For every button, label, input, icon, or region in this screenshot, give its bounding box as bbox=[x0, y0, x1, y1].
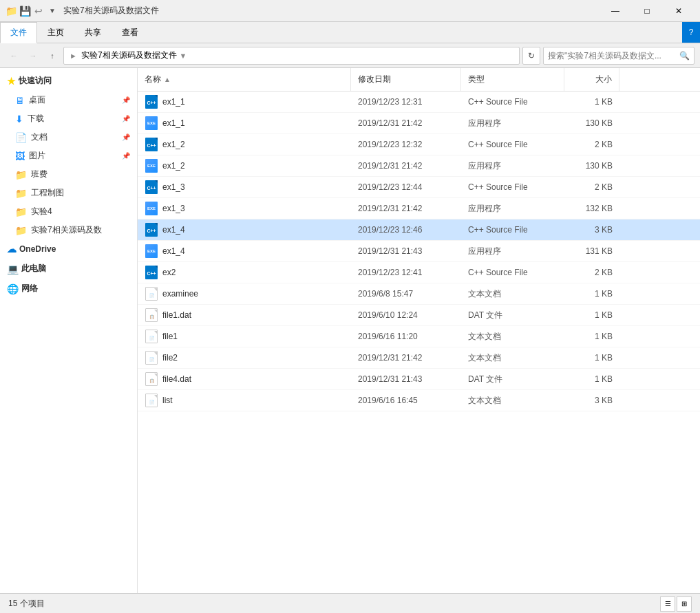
folder-yellow-icon-2: 📁 bbox=[15, 188, 27, 199]
tab-view[interactable]: 查看 bbox=[112, 22, 149, 43]
onedrive-icon: ☁ bbox=[7, 244, 17, 255]
address-path[interactable]: ► 实验7相关源码及数据文件 ▼ bbox=[63, 47, 520, 65]
cpp-file-icon: C++ bbox=[145, 266, 158, 279]
file-name-cell: C++ ex1_1 bbox=[138, 92, 351, 112]
tab-share[interactable]: 共享 bbox=[74, 22, 112, 43]
desktop-icon: 🖥 bbox=[15, 95, 25, 106]
onedrive-header[interactable]: ☁ OneDrive bbox=[0, 239, 137, 259]
file-size-cell: 1 KB bbox=[564, 349, 619, 366]
sidebar-item-shiyan7[interactable]: 📁 实验7相关源码及数 bbox=[0, 221, 137, 239]
maximize-button[interactable]: □ bbox=[631, 0, 663, 22]
cpp-file-icon: C++ bbox=[145, 223, 158, 237]
file-icon: EXE bbox=[145, 244, 158, 258]
back-button[interactable]: ← bbox=[6, 47, 22, 64]
search-input[interactable] bbox=[548, 51, 677, 61]
file-name: ex1_3 bbox=[162, 204, 185, 213]
table-row[interactable]: EXE ex1_1 2019/12/31 21:42 应用程序 130 KB bbox=[138, 113, 700, 134]
sidebar-item-desktop[interactable]: 🖥 桌面 📌 bbox=[0, 91, 137, 109]
table-row[interactable]: EXE ex1_4 2019/12/31 21:43 应用程序 131 KB bbox=[138, 241, 700, 262]
file-size-cell: 1 KB bbox=[564, 307, 619, 323]
file-date-cell: 2019/12/23 12:32 bbox=[351, 136, 461, 153]
col-size-header[interactable]: 大小 bbox=[564, 68, 619, 91]
table-row[interactable]: C++ ex2 2019/12/23 12:41 C++ Source File… bbox=[138, 262, 700, 283]
file-name-cell: 📄 list bbox=[138, 390, 351, 411]
large-icon-view-button[interactable]: ⊞ bbox=[677, 596, 692, 612]
tab-file[interactable]: 文件 bbox=[0, 22, 37, 43]
save-icon: 💾 bbox=[19, 6, 30, 17]
file-type-cell: 文本文档 bbox=[461, 327, 564, 346]
file-icon: EXE bbox=[145, 159, 158, 173]
file-name: ex1_4 bbox=[162, 246, 185, 256]
table-row[interactable]: 📄 file1 2019/6/16 11:20 文本文档 1 KB bbox=[138, 326, 700, 347]
file-size-cell: 1 KB bbox=[564, 94, 619, 110]
minimize-button[interactable]: — bbox=[600, 0, 631, 22]
table-row[interactable]: 📋 file4.dat 2019/12/31 21:43 DAT 文件 1 KB bbox=[138, 369, 700, 390]
sort-arrow: ▲ bbox=[164, 76, 171, 83]
sidebar-item-docs[interactable]: 📄 文档 📌 bbox=[0, 128, 137, 147]
col-name-header[interactable]: 名称 ▲ bbox=[138, 68, 351, 91]
file-type-cell: 应用程序 bbox=[461, 200, 564, 218]
help-button[interactable]: ? bbox=[682, 22, 700, 43]
sidebar-item-gongcheng[interactable]: 📁 工程制图 bbox=[0, 184, 137, 202]
search-icon: 🔍 bbox=[679, 51, 690, 61]
file-name: examinee bbox=[162, 289, 198, 299]
docs-icon: 📄 bbox=[15, 132, 27, 143]
exe-file-icon: EXE bbox=[145, 202, 158, 215]
file-size-cell: 132 KB bbox=[564, 200, 619, 217]
file-name-cell: 📋 file1.dat bbox=[138, 305, 351, 325]
folder-yellow-icon-3: 📁 bbox=[15, 206, 27, 217]
thispc-header[interactable]: 💻 此电脑 bbox=[0, 259, 137, 279]
col-date-header[interactable]: 修改日期 bbox=[351, 68, 461, 91]
table-row[interactable]: C++ ex1_2 2019/12/23 12:32 C++ Source Fi… bbox=[138, 134, 700, 155]
table-row[interactable]: C++ ex1_3 2019/12/23 12:44 C++ Source Fi… bbox=[138, 177, 700, 198]
forward-button[interactable]: → bbox=[25, 47, 41, 64]
file-type-cell: 文本文档 bbox=[461, 285, 564, 303]
file-date-cell: 2019/12/31 21:42 bbox=[351, 349, 461, 366]
quick-access-header[interactable]: ★ 快速访问 bbox=[0, 71, 137, 91]
file-date-cell: 2019/12/23 12:44 bbox=[351, 179, 461, 195]
file-list: C++ ex1_1 2019/12/23 12:31 C++ Source Fi… bbox=[138, 92, 700, 411]
file-size-cell: 1 KB bbox=[564, 286, 619, 302]
sidebar-item-pictures[interactable]: 🖼 图片 📌 bbox=[0, 147, 137, 165]
file-type-cell: C++ Source File bbox=[461, 136, 564, 153]
dropdown-icon[interactable]: ▼ bbox=[47, 6, 58, 17]
table-row[interactable]: 📋 file1.dat 2019/6/10 12:24 DAT 文件 1 KB bbox=[138, 305, 700, 326]
star-icon: ★ bbox=[7, 76, 16, 87]
table-row[interactable]: 📄 list 2019/6/16 16:45 文本文档 3 KB bbox=[138, 390, 700, 411]
computer-icon: 💻 bbox=[7, 264, 19, 275]
file-type-cell: 文本文档 bbox=[461, 391, 564, 410]
file-type-cell: DAT 文件 bbox=[461, 370, 564, 389]
table-row[interactable]: EXE ex1_2 2019/12/31 21:42 应用程序 130 KB bbox=[138, 155, 700, 177]
sidebar-item-downloads[interactable]: ⬇ 下载 📌 bbox=[0, 109, 137, 128]
file-name: ex2 bbox=[162, 268, 176, 277]
exe-file-icon: EXE bbox=[145, 116, 158, 130]
detail-view-button[interactable]: ☰ bbox=[660, 596, 675, 612]
network-header[interactable]: 🌐 网络 bbox=[0, 279, 137, 299]
tab-home[interactable]: 主页 bbox=[37, 22, 74, 43]
main-layout: ★ 快速访问 🖥 桌面 📌 ⬇ 下载 📌 📄 文档 📌 🖼 图片 📌 📁 班费 bbox=[0, 68, 700, 593]
up-button[interactable]: ↑ bbox=[44, 47, 61, 64]
file-name: file2 bbox=[162, 353, 178, 363]
file-name-cell: EXE ex1_3 bbox=[138, 198, 351, 219]
file-name: ex1_2 bbox=[162, 140, 185, 149]
col-type-header[interactable]: 类型 bbox=[461, 68, 564, 91]
table-row[interactable]: EXE ex1_3 2019/12/31 21:42 应用程序 132 KB bbox=[138, 198, 700, 219]
ribbon-tabs: 文件 主页 共享 查看 ? bbox=[0, 22, 700, 43]
file-name-cell: C++ ex1_3 bbox=[138, 177, 351, 197]
sidebar-item-banfei[interactable]: 📁 班费 bbox=[0, 165, 137, 184]
file-icon: 📄 bbox=[145, 330, 158, 343]
table-row[interactable]: 📄 examinee 2019/6/8 15:47 文本文档 1 KB bbox=[138, 283, 700, 305]
view-buttons: ☰ ⊞ bbox=[660, 596, 692, 612]
ribbon: 文件 主页 共享 查看 ? bbox=[0, 22, 700, 43]
path-dropdown[interactable]: ▼ bbox=[180, 52, 187, 60]
table-row[interactable]: 📄 file2 2019/12/31 21:42 文本文档 1 KB bbox=[138, 347, 700, 369]
table-row[interactable]: C++ ex1_1 2019/12/23 12:31 C++ Source Fi… bbox=[138, 92, 700, 113]
search-box[interactable]: 🔍 bbox=[543, 47, 694, 65]
refresh-button[interactable]: ↻ bbox=[522, 47, 540, 65]
table-row[interactable]: C++ ex1_4 2019/12/23 12:46 C++ Source Fi… bbox=[138, 219, 700, 241]
close-button[interactable]: ✕ bbox=[663, 0, 694, 22]
file-icon: C++ bbox=[145, 266, 158, 279]
sidebar-item-shiyan4[interactable]: 📁 实验4 bbox=[0, 202, 137, 221]
title-bar: 📁 💾 ↩ ▼ 实验7相关源码及数据文件 — □ ✕ bbox=[0, 0, 700, 22]
file-icon: EXE bbox=[145, 116, 158, 130]
